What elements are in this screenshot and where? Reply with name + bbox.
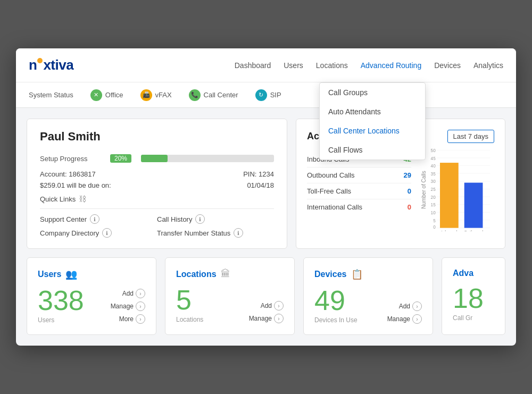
devices-actions: Add › Manage › — [387, 301, 422, 324]
activity-body: Inbound Calls 42 Outbound Calls 29 Toll-… — [307, 152, 494, 233]
devices-manage-icon: › — [412, 314, 422, 324]
status-office[interactable]: ✕ Office — [90, 89, 123, 101]
locations-sublabel: Locations — [176, 316, 203, 323]
pin-label: PIN: 1234 — [243, 170, 274, 178]
devices-title: Devices — [314, 270, 347, 279]
locations-stat-body: 5 Locations Add › Manage › — [176, 286, 284, 323]
advanced-stat-card: Adva 18 Call Gr — [442, 257, 505, 335]
progress-row: Setup Progress 20% — [40, 154, 274, 163]
action-support[interactable]: Support Center ℹ — [40, 214, 157, 224]
transfer-circle-icon: ℹ — [234, 228, 243, 238]
status-sip[interactable]: ↻ SIP — [255, 89, 281, 101]
action-transfer-status[interactable]: Transfer Number Status ℹ — [157, 228, 274, 238]
devices-stat-body: 49 Devices In Use Add › Manage › — [314, 287, 422, 324]
quick-links-label: Quick Links — [40, 195, 76, 203]
devices-add[interactable]: Add › — [399, 301, 422, 311]
office-icon: ✕ — [90, 89, 102, 101]
billing-date: 01/04/18 — [247, 181, 274, 189]
activity-outbound: Outbound Calls 29 — [307, 167, 411, 183]
dropdown-call-center-locations[interactable]: Call Center Locations — [320, 121, 425, 140]
quick-links: Quick Links ⛓ — [40, 195, 274, 203]
callcenter-icon: 📞 — [189, 89, 201, 101]
vfax-label: vFAX — [155, 91, 172, 99]
action-company-dir-label: Company Directory — [40, 229, 99, 237]
profile-name: Paul Smith — [40, 130, 274, 144]
svg-text:10: 10 — [431, 211, 436, 215]
account-label: Account: 1863817 — [40, 170, 96, 178]
progress-bar-bg — [141, 155, 274, 162]
devices-sublabel: Devices In Use — [314, 316, 358, 324]
devices-stat-card: Devices 📋 49 Devices In Use Add › — [303, 257, 433, 335]
international-label: International Calls — [307, 203, 362, 211]
dropdown-menu: Call Groups Auto Attendants Call Center … — [319, 82, 426, 160]
users-more[interactable]: More › — [119, 314, 145, 324]
progress-label: Setup Progress — [40, 155, 104, 163]
dropdown-auto-attendants[interactable]: Auto Attendants — [320, 102, 425, 121]
svg-text:Inbound: Inbound — [442, 230, 458, 231]
users-sublabel: Users — [38, 316, 84, 324]
top-row: Paul Smith Setup Progress 20% Account: 1… — [27, 119, 505, 249]
account-row: Account: 1863817 PIN: 1234 — [40, 170, 274, 178]
users-manage[interactable]: Manage › — [111, 301, 145, 311]
locations-actions: Add › Manage › — [249, 301, 284, 323]
logo-text: nxtiva — [29, 57, 73, 73]
locations-icon: 🏛 — [221, 269, 230, 280]
chart-svg: 50 45 40 35 30 25 20 15 10 5 0 — [420, 146, 494, 231]
action-transfer-label: Transfer Number Status — [157, 229, 230, 237]
outbound-label: Outbound Calls — [307, 171, 355, 179]
action-company-dir[interactable]: Company Directory ℹ — [40, 228, 157, 238]
nav-analytics[interactable]: Analytics — [473, 59, 503, 72]
nav-users[interactable]: Users — [284, 59, 303, 72]
users-icon: 👥 — [65, 269, 77, 280]
app-window: nxtiva Dashboard Users Locations Advance… — [16, 48, 516, 346]
dropdown-call-groups[interactable]: Call Groups — [320, 83, 425, 102]
locations-manage[interactable]: Manage › — [249, 314, 284, 323]
logo: nxtiva — [29, 57, 73, 73]
call-history-circle-icon: ℹ — [195, 214, 205, 224]
sip-icon: ↻ — [255, 89, 267, 101]
locations-add[interactable]: Add › — [261, 301, 284, 311]
billing-label: $259.01 will be due on: — [40, 181, 111, 189]
users-more-icon: › — [136, 314, 145, 324]
office-label: Office — [105, 91, 123, 99]
logo-dot — [37, 58, 43, 63]
adva-title: Adva — [453, 269, 473, 278]
users-add[interactable]: Add › — [122, 289, 145, 298]
svg-text:25: 25 — [431, 187, 436, 192]
nav-devices[interactable]: Devices — [434, 59, 461, 72]
actions-grid: Support Center ℹ Call History ℹ Company … — [40, 214, 274, 238]
locations-card-header: Locations 🏛 — [176, 269, 284, 280]
action-call-history[interactable]: Call History ℹ — [157, 214, 274, 224]
status-vfax[interactable]: 📠 vFAX — [140, 89, 172, 101]
sip-label: SIP — [270, 91, 281, 99]
svg-text:5: 5 — [433, 219, 436, 223]
status-callcenter[interactable]: 📞 Call Center — [189, 89, 238, 101]
locations-number: 5 — [176, 286, 203, 314]
chain-icon: ⛓ — [79, 195, 86, 203]
svg-text:50: 50 — [431, 148, 436, 153]
international-value: 0 — [408, 203, 411, 211]
navbar: nxtiva Dashboard Users Locations Advance… — [16, 48, 516, 82]
billing-row: $259.01 will be due on: 01/04/18 — [40, 181, 274, 189]
activity-international: International Calls 0 — [307, 199, 411, 215]
chart-y-label: Number of Calls — [421, 171, 427, 209]
nav-advanced-routing[interactable]: Advanced Routing — [361, 59, 421, 72]
nav-locations[interactable]: Locations — [316, 59, 348, 72]
users-add-icon: › — [136, 289, 145, 298]
action-call-history-label: Call History — [157, 215, 192, 223]
bar-outbound — [464, 183, 483, 228]
svg-text:15: 15 — [431, 203, 436, 207]
outbound-value: 29 — [404, 171, 411, 179]
adva-sublabel: Call Gr — [453, 314, 494, 322]
devices-manage[interactable]: Manage › — [387, 314, 422, 324]
devices-icon: 📋 — [351, 269, 363, 280]
locations-manage-icon: › — [274, 314, 284, 323]
nav-dashboard[interactable]: Dashboard — [235, 59, 271, 72]
vfax-icon: 📠 — [140, 89, 152, 101]
svg-text:Outbound: Outbound — [464, 230, 484, 231]
date-filter[interactable]: Last 7 days — [447, 130, 495, 143]
locations-stat-card: Locations 🏛 5 Locations Add › Man — [165, 257, 295, 335]
company-dir-circle-icon: ℹ — [102, 228, 112, 238]
svg-text:40: 40 — [431, 164, 436, 169]
dropdown-call-flows[interactable]: Call Flows — [320, 140, 425, 160]
